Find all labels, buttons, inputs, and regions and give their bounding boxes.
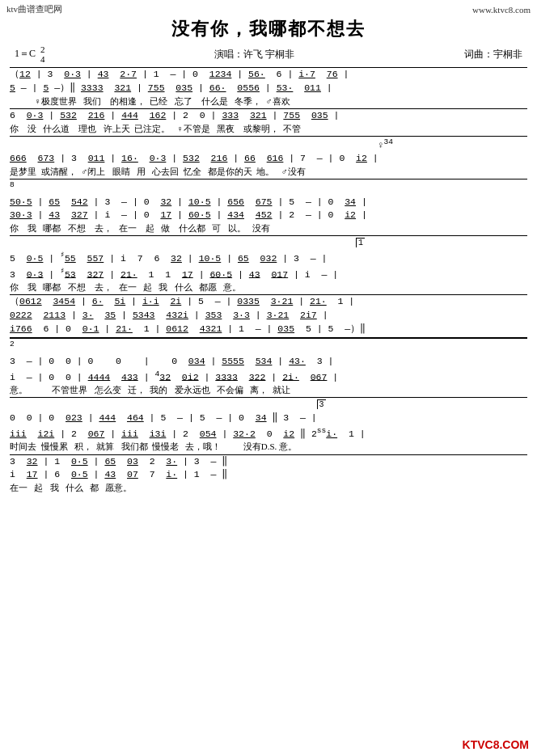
notation-row: 3 32 | 1 0·5 | 65 03 2 3· | 3 — ‖: [10, 455, 527, 469]
lyric-row: 是梦里 或清醒， ♂闭上 眼睛 用 心去回 忆全 都是你的天 地。 ♂没有: [10, 166, 527, 177]
notation-row: 2 3 — | 0 0 | 0 0 | 0 034 | 5555 534 | 4…: [10, 339, 527, 368]
performer: 演唱：许飞 宇桐非: [214, 48, 294, 61]
notation-row: ♀34 666 673 | 3 011 | 16· 0·3 | 532 216 …: [10, 137, 527, 166]
row-group-7: 2 3 — | 0 0 | 0 0 | 0 034 | 5555 534 | 4…: [10, 337, 527, 395]
notation-row: 8 50·5 | 65 542 | 3 — | 0 32 | 10·5 | 65…: [10, 179, 527, 209]
notation-row: i — | 0 0 | 4444 433 | 432 0i2 | 3333 32…: [10, 369, 527, 385]
lyric-row: 意。 不管世界 怎么变 迁， 我的 爱永远也 不会偏 离， 就让: [10, 384, 527, 395]
notation-row: i766 6 | 0 0·1 | 21· 1 | 0612 4321 | 1 —…: [10, 323, 527, 336]
row-group-6: （0612 3454 | 6· 5i | i·i 2i | 5 — | 0335…: [10, 294, 527, 336]
bottom-logo: KTVC8.COM: [463, 738, 529, 751]
notation-row: i 17 | 6 0·5 | 43 07 7 i· | 1 — ‖: [10, 468, 527, 482]
lyric-row: 你 我 哪都 不想 去， 在一 起 我 什么 都愿 意。: [10, 281, 527, 293]
notation-row: 30·3 | 43 327 | i — | 0 17 | 60·5 | 434 …: [10, 209, 527, 222]
lyric-row: ♀极度世界 我们 的相逢， 已经 忘了 什么是 冬季， ♂喜欢: [10, 95, 527, 107]
row-group-9: 3 32 | 1 0·5 | 65 03 2 3· | 3 — ‖ i 17 |…: [10, 454, 527, 494]
site-right: www.ktvc8.com: [472, 5, 531, 15]
notation-row: iii i2i | 2 067 | iii i3i | 2 054 | 32·2…: [10, 425, 527, 441]
row-group-4: 8 50·5 | 65 542 | 3 — | 0 32 | 10·5 | 65…: [10, 179, 527, 234]
lyric-row: 时间去 慢慢累 积， 就算 我们都 慢慢老 去，哦！ 没有D.S. 意。: [10, 441, 527, 452]
time-signature: 2 4: [40, 44, 45, 64]
row-group-5: 1 5 0·5 | ♯55 557 | i 7 6 32 | 10·5 | 65…: [10, 235, 527, 293]
notation-row: 3 0·3 | ♯53 327 | 21· 1 1 17 | 60·5 | 43…: [10, 266, 527, 282]
notation-row: 1 5 0·5 | ♯55 557 | i 7 6 32 | 10·5 | 65…: [10, 236, 527, 265]
row-group-8: 3 0 0 | 0 023 | 444 464 | 5 — | 5 — | 0 …: [10, 397, 527, 452]
score-container: （12 | 3 0·3 | 43 2·7 | 1 — | 0 1234 | 56…: [6, 67, 531, 493]
row-group-3: ♀34 666 673 | 3 011 | 16· 0·3 | 532 216 …: [10, 136, 527, 177]
notation-row: 0222 2113 | 3· 35 | 5343 432i | 353 3·3 …: [10, 309, 527, 323]
page: ktv曲谱查吧网 www.ktvc8.com 没有你，我哪都不想去 1＝C 2 …: [0, 0, 537, 756]
lyric-row: 你 没 什么道 理也 许上天 已注定。 ♀不管是 黑夜 或黎明， 不管: [10, 123, 527, 134]
notation-row: 5 — | 5 —）‖ 3333 321 | 755 035 | 66· 055…: [10, 82, 527, 95]
lyric-row: 在一 起 我 什么 都 愿意。: [10, 482, 527, 493]
notation-row: （12 | 3 0·3 | 43 2·7 | 1 — | 0 1234 | 56…: [10, 68, 527, 82]
row-group-1: （12 | 3 0·3 | 43 2·7 | 1 — | 0 1234 | 56…: [10, 67, 527, 107]
subtitle-row: 1＝C 2 4 演唱：许飞 宇桐非 词曲：宇桐非: [6, 44, 531, 64]
page-title: 没有你，我哪都不想去: [6, 17, 531, 41]
notation-row: （0612 3454 | 6· 5i | i·i 2i | 5 — | 0335…: [10, 295, 527, 309]
key-signature: 1＝C 2 4: [15, 44, 45, 64]
notation-row: 3 0 0 | 0 023 | 444 464 | 5 — | 5 — | 0 …: [10, 398, 527, 424]
site-left: ktv曲谱查吧网: [6, 3, 62, 15]
notation-row: 6 0·3 | 532 216 | 444 162 | 2 0 | 333 32…: [10, 109, 527, 123]
row-group-2: 6 0·3 | 532 216 | 444 162 | 2 0 | 333 32…: [10, 108, 527, 134]
lyric-row: 你 我 哪都 不想 去， 在一 起 做 什么都 可 以。 没有: [10, 222, 527, 234]
composer: 词曲：宇桐非: [464, 48, 522, 61]
top-bar: ktv曲谱查吧网 www.ktvc8.com: [6, 3, 531, 15]
